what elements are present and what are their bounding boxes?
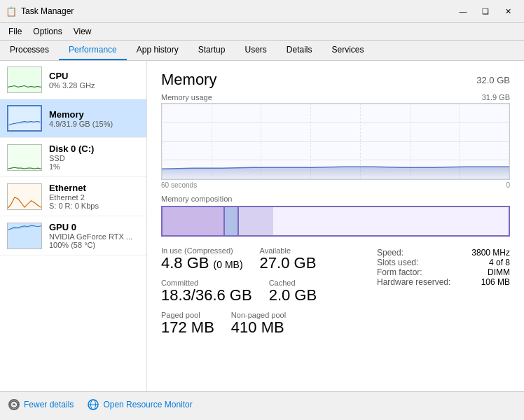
gpu-sub1: NVIDIA GeForce RTX ... <box>49 232 139 241</box>
tab-users[interactable]: Users <box>235 41 276 60</box>
form-row: Form factor: DIMM <box>377 267 510 277</box>
tab-performance[interactable]: Performance <box>59 41 127 60</box>
stats-container: In use (Compressed) 4.8 GB (0 MB) Availa… <box>161 246 510 337</box>
close-button[interactable]: ✕ <box>497 4 518 18</box>
cached-value: 2.0 GB <box>269 287 317 304</box>
speed-value: 3800 MHz <box>471 248 510 258</box>
window-controls: — ❑ ✕ <box>453 4 518 18</box>
window-title: Task Manager <box>21 6 74 16</box>
cpu-info: CPU 0% 3.28 GHz <box>49 71 139 90</box>
stat-inuse: In use (Compressed) 4.8 GB (0 MB) <box>161 246 243 272</box>
open-monitor-label: Open Resource Monitor <box>103 400 192 410</box>
disk-sub2: 1% <box>49 162 139 171</box>
maximize-button[interactable]: ❑ <box>475 4 496 18</box>
cpu-thumb <box>7 66 42 93</box>
cpu-sub: 0% 3.28 GHz <box>49 81 139 90</box>
usage-label: Memory usage <box>161 93 212 102</box>
composition-section: Memory composition <box>161 195 510 237</box>
disk-sub1: SSD <box>49 154 139 162</box>
usage-graph-svg <box>162 104 509 179</box>
gpu-info: GPU 0 NVIDIA GeForce RTX ... 100% (58 °C… <box>49 222 139 249</box>
ethernet-label: Ethernet <box>49 183 139 193</box>
detail-title: Memory <box>161 71 216 89</box>
stats-row1: In use (Compressed) 4.8 GB (0 MB) Availa… <box>161 246 370 272</box>
memory-sub: 4.9/31.9 GB (15%) <box>49 120 139 128</box>
open-monitor-link[interactable]: Open Resource Monitor <box>88 399 192 410</box>
stats-row2: Committed 18.3/36.6 GB Cached 2.0 GB <box>161 279 370 304</box>
bottom-bar: Fewer details Open Resource Monitor <box>0 391 524 416</box>
comp-modified <box>225 207 239 235</box>
memory-label: Memory <box>49 109 139 120</box>
reserved-value: 106 MB <box>481 277 510 287</box>
stat-nonpaged: Non-paged pool 410 MB <box>231 311 286 336</box>
reserved-label: Hardware reserved: <box>377 277 450 287</box>
menu-options[interactable]: Options <box>27 24 67 38</box>
gpu-label: GPU 0 <box>49 222 139 232</box>
menu-bar: File Options View <box>0 23 524 41</box>
stats-right: Speed: 3800 MHz Slots used: 4 of 8 Form … <box>370 246 510 337</box>
menu-view[interactable]: View <box>68 24 97 38</box>
stats-left: In use (Compressed) 4.8 GB (0 MB) Availa… <box>161 246 370 337</box>
time-right: 0 <box>506 181 510 189</box>
inuse-sub: (0 MB) <box>214 259 243 270</box>
memory-info: Memory 4.9/31.9 GB (15%) <box>49 109 139 128</box>
inuse-value: 4.8 GB (0 MB) <box>161 255 243 272</box>
tab-processes[interactable]: Processes <box>0 41 59 60</box>
time-left: 60 seconds <box>161 181 197 189</box>
stat-paged: Paged pool 172 MB <box>161 311 214 336</box>
stats-row3: Paged pool 172 MB Non-paged pool 410 MB <box>161 311 370 336</box>
speed-row: Speed: 3800 MHz <box>377 248 510 258</box>
fewer-details-icon <box>8 399 20 410</box>
sidebar: CPU 0% 3.28 GHz Memory 4.9/31.9 GB (15%) <box>0 61 147 391</box>
ethernet-info: Ethernet Ethernet 2 S: 0 R: 0 Kbps <box>49 183 139 210</box>
committed-value: 18.3/36.6 GB <box>161 287 252 304</box>
slots-label: Slots used: <box>377 258 418 267</box>
memory-usage-section: Memory usage 31.9 GB <box>161 93 510 189</box>
sidebar-item-ethernet[interactable]: Ethernet Ethernet 2 S: 0 R: 0 Kbps <box>0 177 146 216</box>
comp-inuse <box>163 207 225 235</box>
sidebar-item-cpu[interactable]: CPU 0% 3.28 GHz <box>0 61 146 99</box>
tab-details[interactable]: Details <box>277 41 322 60</box>
tab-services[interactable]: Services <box>322 41 374 60</box>
slots-value: 4 of 8 <box>489 258 510 267</box>
disk-label: Disk 0 (C:) <box>49 144 139 154</box>
sidebar-item-memory[interactable]: Memory 4.9/31.9 GB (15%) <box>0 99 146 138</box>
minimize-button[interactable]: — <box>453 4 474 18</box>
usage-max: 31.9 GB <box>482 93 510 102</box>
comp-standby <box>239 207 273 235</box>
tab-bar: Processes Performance App history Startu… <box>0 41 524 61</box>
composition-label: Memory composition <box>161 195 510 203</box>
fewer-details-link[interactable]: Fewer details <box>8 399 74 410</box>
detail-total: 32.0 GB <box>476 71 510 85</box>
paged-value: 172 MB <box>161 319 214 336</box>
stat-committed: Committed 18.3/36.6 GB <box>161 279 252 304</box>
monitor-icon <box>88 399 99 410</box>
disk-info: Disk 0 (C:) SSD 1% <box>49 144 139 171</box>
svg-rect-1 <box>9 106 41 130</box>
slots-row: Slots used: 4 of 8 <box>377 258 510 267</box>
form-label: Form factor: <box>377 267 422 277</box>
tab-app-history[interactable]: App history <box>127 41 188 60</box>
menu-file[interactable]: File <box>3 24 27 38</box>
stat-available: Available 27.0 GB <box>260 246 317 272</box>
sidebar-item-gpu[interactable]: GPU 0 NVIDIA GeForce RTX ... 100% (58 °C… <box>0 216 146 255</box>
gpu-sub2: 100% (58 °C) <box>49 241 139 249</box>
stat-cached: Cached 2.0 GB <box>269 279 317 304</box>
main-content: CPU 0% 3.28 GHz Memory 4.9/31.9 GB (15%) <box>0 61 524 391</box>
available-value: 27.0 GB <box>260 255 317 272</box>
fewer-details-label: Fewer details <box>24 400 74 410</box>
form-value: DIMM <box>488 267 510 277</box>
title-bar: 📋 Task Manager — ❑ ✕ <box>0 0 524 23</box>
svg-rect-2 <box>8 145 41 170</box>
detail-header: Memory 32.0 GB <box>161 71 510 89</box>
cpu-label: CPU <box>49 71 139 81</box>
reserved-row: Hardware reserved: 106 MB <box>377 277 510 287</box>
svg-rect-3 <box>8 184 41 209</box>
ethernet-thumb <box>7 183 42 210</box>
disk-thumb <box>7 144 42 171</box>
sidebar-item-disk[interactable]: Disk 0 (C:) SSD 1% <box>0 138 146 177</box>
svg-rect-0 <box>8 67 41 92</box>
tab-startup[interactable]: Startup <box>188 41 235 60</box>
detail-panel: Memory 32.0 GB Memory usage 31.9 GB <box>147 61 524 391</box>
graph-time-row: 60 seconds 0 <box>161 181 510 189</box>
